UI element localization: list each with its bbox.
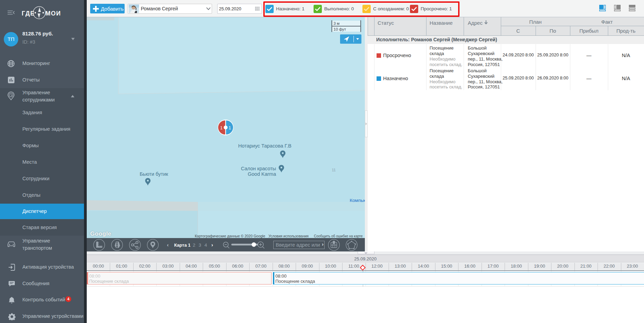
svg-text:1: 1 bbox=[229, 125, 231, 130]
svg-text:3 м: 3 м bbox=[334, 21, 340, 25]
svg-text:1: 1 bbox=[220, 125, 223, 130]
svg-text:10 фут: 10 фут bbox=[334, 27, 346, 31]
